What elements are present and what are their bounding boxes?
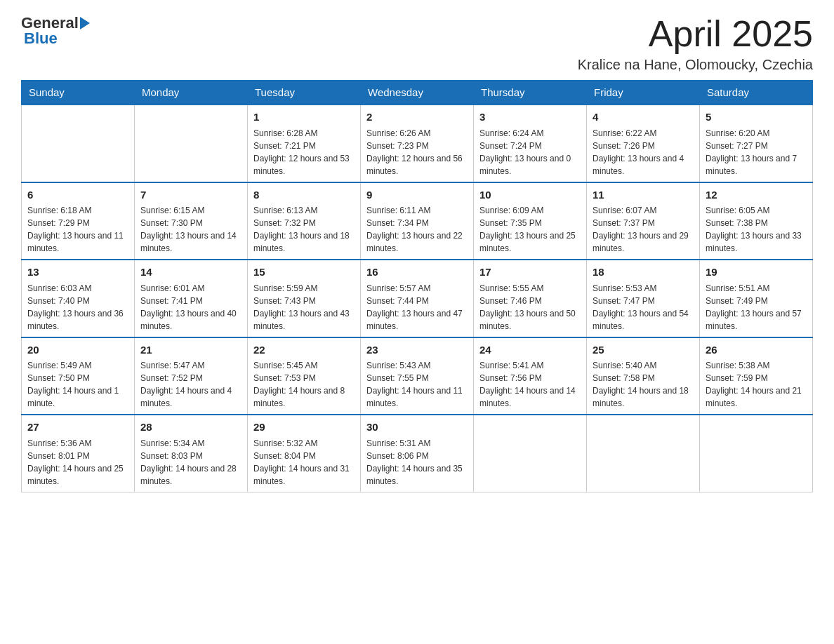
cell-content: 29Sunrise: 5:32 AMSunset: 8:04 PMDayligh… <box>253 420 355 488</box>
sunrise-text: Sunrise: 6:09 AM <box>479 204 581 217</box>
day-header-monday: Monday <box>135 81 248 105</box>
sunset-text: Sunset: 7:59 PM <box>706 372 807 384</box>
calendar-cell: 25Sunrise: 5:40 AMSunset: 7:58 PMDayligh… <box>587 337 700 415</box>
calendar-cell: 11Sunrise: 6:07 AMSunset: 7:37 PMDayligh… <box>587 182 700 260</box>
sunset-text: Sunset: 7:40 PM <box>27 295 128 307</box>
calendar-week-row: 20Sunrise: 5:49 AMSunset: 7:50 PMDayligh… <box>22 337 813 415</box>
daylight-text: Daylight: 13 hours and 22 minutes. <box>366 229 468 255</box>
calendar-cell: 29Sunrise: 5:32 AMSunset: 8:04 PMDayligh… <box>248 415 361 492</box>
day-number: 8 <box>253 187 355 203</box>
calendar-cell: 1Sunrise: 6:28 AMSunset: 7:21 PMDaylight… <box>248 105 361 182</box>
sunrise-text: Sunrise: 5:51 AM <box>706 282 807 295</box>
sunset-text: Sunset: 7:44 PM <box>366 295 468 307</box>
sunset-text: Sunset: 7:23 PM <box>366 140 468 152</box>
sunset-text: Sunset: 7:30 PM <box>140 217 241 229</box>
day-number: 23 <box>366 342 468 358</box>
daylight-text: Daylight: 14 hours and 35 minutes. <box>366 462 468 488</box>
cell-content: 30Sunrise: 5:31 AMSunset: 8:06 PMDayligh… <box>366 420 468 488</box>
calendar-cell <box>700 415 813 492</box>
cell-content: 18Sunrise: 5:53 AMSunset: 7:47 PMDayligh… <box>593 264 694 333</box>
day-number: 22 <box>253 342 355 358</box>
sunrise-text: Sunrise: 5:53 AM <box>593 282 694 295</box>
daylight-text: Daylight: 13 hours and 0 minutes. <box>479 152 581 177</box>
calendar-cell: 15Sunrise: 5:59 AMSunset: 7:43 PMDayligh… <box>248 260 361 337</box>
calendar-cell: 13Sunrise: 6:03 AMSunset: 7:40 PMDayligh… <box>22 260 135 337</box>
day-number: 16 <box>366 264 468 281</box>
sunset-text: Sunset: 7:26 PM <box>593 140 694 152</box>
calendar-cell: 2Sunrise: 6:26 AMSunset: 7:23 PMDaylight… <box>361 105 474 182</box>
sunrise-text: Sunrise: 6:15 AM <box>140 204 241 217</box>
calendar-cell: 24Sunrise: 5:41 AMSunset: 7:56 PMDayligh… <box>474 337 587 415</box>
sunset-text: Sunset: 7:37 PM <box>593 217 694 229</box>
sunset-text: Sunset: 8:04 PM <box>253 450 355 462</box>
day-number: 25 <box>593 342 694 358</box>
daylight-text: Daylight: 13 hours and 57 minutes. <box>706 307 807 333</box>
day-number: 14 <box>140 264 241 281</box>
day-number: 2 <box>366 109 468 126</box>
sunset-text: Sunset: 7:47 PM <box>593 295 694 307</box>
daylight-text: Daylight: 13 hours and 43 minutes. <box>253 307 355 333</box>
day-number: 21 <box>140 342 241 358</box>
cell-content: 22Sunrise: 5:45 AMSunset: 7:53 PMDayligh… <box>253 342 355 410</box>
sunrise-text: Sunrise: 6:26 AM <box>366 127 468 140</box>
calendar-cell: 23Sunrise: 5:43 AMSunset: 7:55 PMDayligh… <box>361 337 474 415</box>
sunset-text: Sunset: 7:43 PM <box>253 295 355 307</box>
cell-content: 19Sunrise: 5:51 AMSunset: 7:49 PMDayligh… <box>706 264 807 333</box>
calendar-cell: 6Sunrise: 6:18 AMSunset: 7:29 PMDaylight… <box>22 182 135 260</box>
calendar-cell: 19Sunrise: 5:51 AMSunset: 7:49 PMDayligh… <box>700 260 813 337</box>
sunrise-text: Sunrise: 6:07 AM <box>593 204 694 217</box>
day-number: 27 <box>27 420 128 436</box>
day-number: 30 <box>366 420 468 436</box>
calendar-cell: 16Sunrise: 5:57 AMSunset: 7:44 PMDayligh… <box>361 260 474 337</box>
sunset-text: Sunset: 7:55 PM <box>366 372 468 384</box>
daylight-text: Daylight: 13 hours and 33 minutes. <box>706 229 807 255</box>
daylight-text: Daylight: 13 hours and 11 minutes. <box>27 229 128 255</box>
daylight-text: Daylight: 12 hours and 56 minutes. <box>366 152 468 177</box>
daylight-text: Daylight: 13 hours and 25 minutes. <box>479 229 581 255</box>
cell-content: 11Sunrise: 6:07 AMSunset: 7:37 PMDayligh… <box>593 187 694 255</box>
day-header-wednesday: Wednesday <box>361 81 474 105</box>
daylight-text: Daylight: 13 hours and 14 minutes. <box>140 229 241 255</box>
daylight-text: Daylight: 13 hours and 47 minutes. <box>366 307 468 333</box>
cell-content: 1Sunrise: 6:28 AMSunset: 7:21 PMDaylight… <box>253 109 355 177</box>
cell-content: 2Sunrise: 6:26 AMSunset: 7:23 PMDaylight… <box>366 109 468 177</box>
daylight-text: Daylight: 13 hours and 54 minutes. <box>593 307 694 333</box>
day-number: 28 <box>140 420 241 436</box>
day-number: 4 <box>593 109 694 126</box>
cell-content: 27Sunrise: 5:36 AMSunset: 8:01 PMDayligh… <box>27 420 128 488</box>
daylight-text: Daylight: 14 hours and 11 minutes. <box>366 384 468 410</box>
day-number: 11 <box>593 187 694 203</box>
calendar-cell: 21Sunrise: 5:47 AMSunset: 7:52 PMDayligh… <box>135 337 248 415</box>
cell-content: 12Sunrise: 6:05 AMSunset: 7:38 PMDayligh… <box>706 187 807 255</box>
sunset-text: Sunset: 7:27 PM <box>706 140 807 152</box>
cell-content: 13Sunrise: 6:03 AMSunset: 7:40 PMDayligh… <box>27 264 128 333</box>
sunrise-text: Sunrise: 6:13 AM <box>253 204 355 217</box>
sunset-text: Sunset: 7:46 PM <box>479 295 581 307</box>
sunrise-text: Sunrise: 6:01 AM <box>140 282 241 295</box>
sunset-text: Sunset: 7:56 PM <box>479 372 581 384</box>
sunset-text: Sunset: 7:41 PM <box>140 295 241 307</box>
sunrise-text: Sunrise: 6:05 AM <box>706 204 807 217</box>
sunrise-text: Sunrise: 5:45 AM <box>253 359 355 372</box>
sunset-text: Sunset: 7:53 PM <box>253 372 355 384</box>
day-number: 5 <box>706 109 807 126</box>
daylight-text: Daylight: 14 hours and 4 minutes. <box>140 384 241 410</box>
sunrise-text: Sunrise: 5:41 AM <box>479 359 581 372</box>
sunrise-text: Sunrise: 5:38 AM <box>706 359 807 372</box>
calendar-cell: 22Sunrise: 5:45 AMSunset: 7:53 PMDayligh… <box>248 337 361 415</box>
sunset-text: Sunset: 7:52 PM <box>140 372 241 384</box>
day-number: 29 <box>253 420 355 436</box>
sunrise-text: Sunrise: 5:36 AM <box>27 437 128 450</box>
cell-content: 23Sunrise: 5:43 AMSunset: 7:55 PMDayligh… <box>366 342 468 410</box>
sunrise-text: Sunrise: 5:57 AM <box>366 282 468 295</box>
calendar-table: SundayMondayTuesdayWednesdayThursdayFrid… <box>21 80 813 492</box>
day-number: 17 <box>479 264 581 281</box>
cell-content: 28Sunrise: 5:34 AMSunset: 8:03 PMDayligh… <box>140 420 241 488</box>
day-header-sunday: Sunday <box>22 81 135 105</box>
calendar-cell: 17Sunrise: 5:55 AMSunset: 7:46 PMDayligh… <box>474 260 587 337</box>
cell-content: 10Sunrise: 6:09 AMSunset: 7:35 PMDayligh… <box>479 187 581 255</box>
daylight-text: Daylight: 14 hours and 1 minute. <box>27 384 128 410</box>
day-number: 3 <box>479 109 581 126</box>
day-number: 1 <box>253 109 355 126</box>
calendar-cell: 12Sunrise: 6:05 AMSunset: 7:38 PMDayligh… <box>700 182 813 260</box>
